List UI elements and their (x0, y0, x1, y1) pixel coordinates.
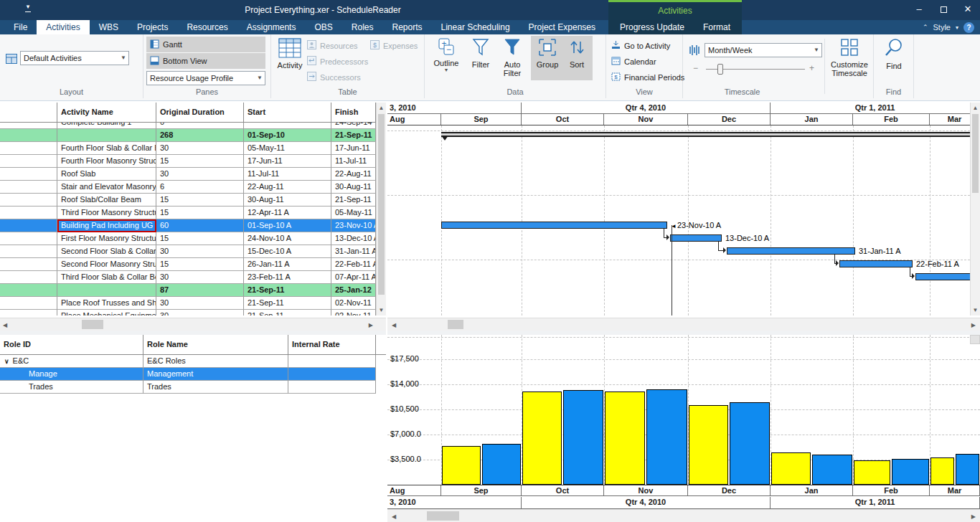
style-menu[interactable]: Style (933, 23, 951, 32)
scroll-right-icon[interactable]: ▶ (971, 322, 976, 328)
filter-button[interactable]: Filter (466, 37, 495, 69)
tab-progress-update[interactable]: Progress Update (611, 20, 694, 34)
close-button[interactable]: ✕ (956, 0, 980, 20)
scroll-down-icon[interactable]: ▼ (971, 307, 980, 313)
svg-text:$: $ (373, 42, 377, 49)
activity-row[interactable]: Second Floor Masonry Structure1526-Jan-1… (0, 258, 376, 271)
activity-row[interactable]: Stair and Elevator Masonry622-Aug-1130-A… (0, 181, 376, 194)
sort-button[interactable]: Sort (564, 37, 590, 69)
outline-button[interactable]: +− Outline ▼ (430, 37, 462, 72)
activity-row[interactable]: Third Floor Masonry Structure1512-Apr-11… (0, 207, 376, 219)
cell-activity-name: Fourth Floor Masonry Structure (57, 155, 156, 168)
activity-row[interactable]: Third Floor Slab & Collar Beam3023-Feb-1… (0, 271, 376, 284)
column-header-role-name[interactable]: Role Name (143, 335, 288, 354)
tab-format[interactable]: Format (694, 20, 740, 34)
tab-wbs[interactable]: WBS (90, 20, 128, 34)
timescale-cell: Jan (771, 485, 853, 495)
customize-timescale-button[interactable]: Customize Timescale (828, 37, 871, 77)
find-button[interactable]: Find (880, 37, 908, 70)
activity-row[interactable]: Fourth Floor Slab & Collar Beam3005-May-… (0, 142, 376, 155)
bottom-view-toggle-button[interactable]: Bottom View (146, 53, 265, 69)
gantt-summary-bar[interactable] (441, 132, 970, 137)
role-row[interactable]: ManageManagement (0, 368, 376, 381)
activity-table-hscrollbar: ◀ ▶ (0, 318, 386, 331)
gantt-bar[interactable] (839, 260, 913, 267)
gantt-toggle-button[interactable]: Gantt (146, 37, 265, 52)
column-header-blank[interactable] (0, 103, 57, 122)
tab-assignments[interactable]: Assignments (237, 20, 306, 34)
column-header-activity-name[interactable]: Activity Name (57, 103, 156, 122)
scroll-up-icon[interactable]: ▲ (971, 105, 980, 111)
tab-file[interactable]: File (4, 20, 37, 34)
calendar-button[interactable]: Calendar (611, 56, 656, 67)
chevron-down-icon[interactable]: ∨ (4, 358, 9, 365)
bottom-view-combo[interactable]: Resource Usage Profile▼ (146, 71, 265, 85)
collapse-ribbon-icon[interactable]: ⌃ (923, 24, 928, 31)
tab-roles[interactable]: Roles (342, 20, 383, 34)
activity-row[interactable]: Place Mechanical Equipment3021-Sep-1102-… (0, 310, 376, 315)
help-icon[interactable]: ? (963, 22, 974, 33)
activity-row[interactable]: Roof Slab/Collar Beam1530-Aug-1121-Sep-1… (0, 194, 376, 207)
scroll-left-icon[interactable]: ◀ (3, 322, 7, 328)
group-button[interactable]: Group (532, 37, 562, 69)
auto-filter-button[interactable]: Auto Filter (496, 37, 528, 77)
gantt-bar[interactable] (670, 234, 722, 242)
tab-linear-scheduling[interactable]: Linear Scheduling (432, 20, 519, 34)
activity-row[interactable]: 8721-Sep-1125-Jan-12 (0, 284, 376, 297)
gantt-bar[interactable] (727, 247, 855, 255)
scroll-up-icon[interactable]: ▲ (377, 105, 386, 111)
column-header-finish[interactable]: Finish (331, 103, 376, 122)
activity-table-button[interactable]: Activity (275, 38, 304, 70)
gantt-view-icon (150, 39, 159, 50)
tab-resources[interactable]: Resources (177, 20, 237, 34)
cell-internal-rate (288, 368, 376, 381)
scroll-right-icon[interactable]: ▶ (369, 322, 373, 328)
activity-row[interactable]: Roof Slab3011-Jul-1122-Aug-11 (0, 168, 376, 181)
tab-projects[interactable]: Projects (128, 20, 177, 34)
tab-obs[interactable]: OBS (305, 20, 341, 34)
quick-access-icon[interactable]: ▾ (23, 4, 33, 14)
role-row[interactable]: ∨E&CE&C Roles (0, 355, 376, 368)
column-header-original-duration[interactable]: Original Duration (156, 103, 244, 122)
activity-row[interactable]: Complete Building 1024-Sep-14 (0, 123, 376, 129)
layout-combo[interactable]: Default Activities▼ (20, 51, 129, 65)
column-header-start[interactable]: Start (244, 103, 331, 122)
timescale-slider-thumb[interactable] (717, 64, 723, 75)
activity-row[interactable]: Second Floor Slab & Collar Beam3015-Dec-… (0, 245, 376, 258)
tab-project-expenses[interactable]: Project Expenses (519, 20, 605, 34)
activity-row[interactable]: Fourth Floor Masonry Structure1517-Jun-1… (0, 155, 376, 168)
activity-row[interactable]: Building Pad Including UG Utilities6001-… (0, 219, 376, 232)
hscroll-thumb[interactable] (448, 320, 463, 329)
style-dropdown-icon[interactable]: ▾ (956, 24, 958, 31)
gantt-bar[interactable] (915, 273, 970, 280)
group-label-find: Find (874, 87, 913, 96)
cell-finish: 25-Jan-12 (331, 284, 376, 297)
vscroll-thumb[interactable] (378, 114, 385, 295)
scroll-down-icon[interactable]: ▼ (377, 307, 386, 313)
vscroll-thumb[interactable] (972, 114, 979, 193)
hscroll-thumb[interactable] (427, 511, 459, 521)
scroll-left-icon[interactable]: ◀ (392, 322, 396, 328)
timescale-combo[interactable]: Month/Week▼ (705, 43, 822, 57)
role-row[interactable]: TradesTrades (0, 381, 376, 394)
activity-row[interactable]: First Floor Masonry Structure1524-Nov-10… (0, 232, 376, 245)
gantt-bar[interactable] (441, 222, 667, 229)
hscroll-thumb[interactable] (82, 320, 103, 329)
scroll-left-icon[interactable]: ◀ (392, 513, 396, 520)
cell-activity-name: Third Floor Masonry Structure (57, 207, 156, 219)
zoom-in-icon[interactable]: + (809, 63, 814, 73)
activity-row[interactable]: 26801-Sep-1021-Sep-11 (0, 129, 376, 142)
zoom-out-icon[interactable]: − (693, 63, 698, 73)
goto-activity-button[interactable]: Go to Activity (611, 40, 670, 51)
tab-activities[interactable]: Activities (37, 20, 89, 34)
cell-blank (0, 142, 57, 155)
tab-reports[interactable]: Reports (382, 20, 431, 34)
scroll-right-icon[interactable]: ▶ (971, 513, 976, 520)
financial-periods-button[interactable]: $ Financial Periods (611, 72, 684, 82)
restore-button[interactable] (931, 0, 956, 20)
column-header-internal-rate[interactable]: Internal Rate (288, 335, 376, 354)
activity-row[interactable]: Place Roof Trusses and Sheeting3021-Sep-… (0, 297, 376, 310)
column-header-role-id[interactable]: Role ID (0, 335, 143, 354)
activity-table-pane: Activity NameOriginal DurationStartFinis… (0, 103, 386, 331)
minimize-button[interactable]: – (907, 0, 931, 20)
